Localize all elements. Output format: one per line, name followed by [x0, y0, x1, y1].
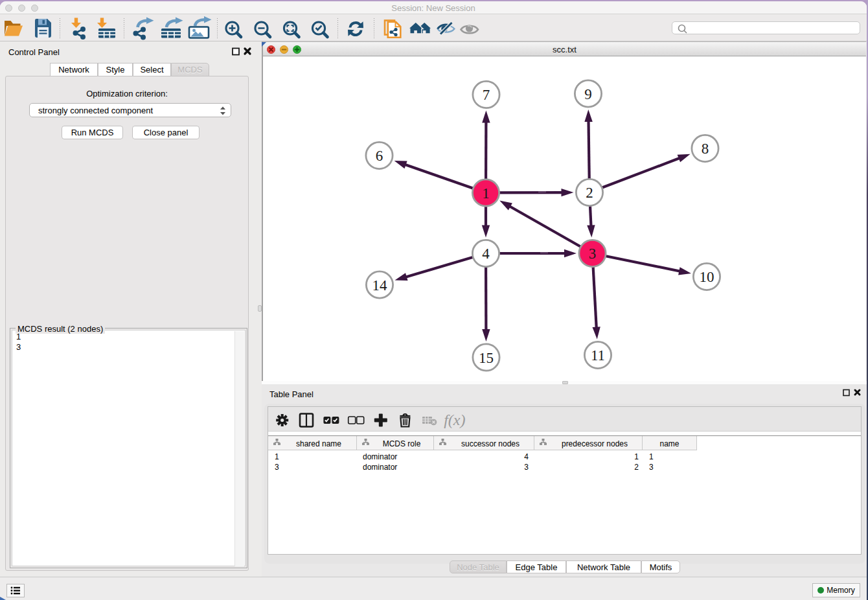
svg-text:6: 6 [376, 148, 383, 164]
svg-text:1: 1 [482, 185, 490, 202]
svg-text:15: 15 [479, 350, 494, 366]
svg-text:14: 14 [372, 277, 388, 294]
svg-text:8: 8 [702, 141, 709, 157]
svg-text:10: 10 [700, 269, 714, 285]
svg-text:11: 11 [591, 347, 605, 363]
svg-text:f(x): f(x) [444, 411, 465, 428]
svg-text:4: 4 [482, 246, 490, 262]
svg-text:7: 7 [483, 87, 490, 103]
svg-text:9: 9 [584, 86, 592, 102]
svg-text:2: 2 [586, 185, 593, 201]
svg-text:3: 3 [589, 246, 597, 262]
